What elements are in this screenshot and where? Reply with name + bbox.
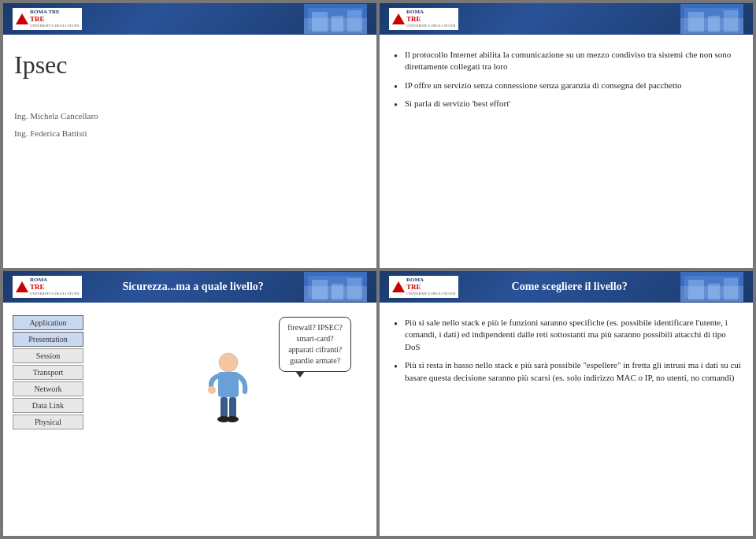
- slide4-content: Più si sale nello stack e più le funzion…: [380, 303, 753, 536]
- logo-area: ROMA TRE TRE UNIVERSITÀ DEGLI STUDI: [13, 8, 82, 29]
- speech-bubble: firewall? IPSEC? smart-card? apparati ci…: [279, 317, 351, 372]
- slide4-bullet-1: Più si sale nello stack e più le funzion…: [391, 317, 742, 353]
- logo-box: ROMA TRE TRE UNIVERSITÀ DEGLI STUDI: [13, 8, 82, 29]
- svg-rect-9: [724, 10, 738, 32]
- slide4-header: ROMA TRE UNIVERSITÀ DEGLI STUDI Come sce…: [380, 271, 753, 303]
- slides-container: ROMA TRE TRE UNIVERSITÀ DEGLI STUDI Ipse…: [0, 0, 756, 539]
- layer-application: Application: [13, 315, 83, 330]
- slide1-author2: Ing. Federica Battisti: [14, 128, 365, 138]
- bullet-1: Il protocollo Internet abilita la comuni…: [391, 49, 742, 73]
- slide3-logo-triangle-icon: [16, 281, 28, 292]
- slide3-logo-box: ROMA TRE UNIVERSITÀ DEGLI STUDI: [13, 276, 82, 297]
- slide2-logo-area: ROMA TRE UNIVERSITÀ DEGLI STUDI: [389, 8, 458, 29]
- osi-stack: Application Presentation Session Transpo…: [13, 315, 83, 429]
- layer-transport: Transport: [13, 365, 83, 380]
- slide4-logo-univ: UNIVERSITÀ DEGLI STUDI: [406, 292, 455, 296]
- slide-1: ROMA TRE TRE UNIVERSITÀ DEGLI STUDI Ipse…: [3, 3, 376, 268]
- slide2-bullets: Il protocollo Internet abilita la comuni…: [391, 49, 742, 117]
- bullet-2: IP offre un servizio senza connessione s…: [391, 80, 742, 91]
- svg-rect-2: [312, 12, 328, 32]
- slide3-logo-tre: TRE: [30, 284, 79, 292]
- slide3-logo-area: ROMA TRE UNIVERSITÀ DEGLI STUDI: [13, 276, 82, 297]
- layer-datalink: Data Link: [13, 398, 83, 413]
- svg-rect-26: [724, 278, 738, 299]
- slide2-logo-triangle-icon: [392, 13, 405, 24]
- slide2-logo-tre: TRE: [406, 16, 455, 24]
- svg-rect-7: [688, 12, 704, 32]
- svg-point-21: [226, 416, 239, 422]
- slide-4: ROMA TRE UNIVERSITÀ DEGLI STUDI Come sce…: [380, 271, 753, 536]
- logo-tre: TRE: [30, 16, 79, 24]
- layer-network: Network: [13, 381, 83, 396]
- slide-2: ROMA TRE UNIVERSITÀ DEGLI STUDI Il pr: [380, 3, 753, 268]
- slide2-header-building: [680, 4, 743, 34]
- speech-line-3: apparati cifranti?: [287, 344, 343, 355]
- svg-rect-8: [708, 16, 720, 32]
- svg-rect-13: [332, 284, 343, 299]
- bullet-3: Si parla di servizio 'best effort': [391, 98, 742, 110]
- speech-line-2: smart-card?: [287, 333, 343, 344]
- slide4-bullets: Più si sale nello stack e più le funzion…: [391, 317, 742, 390]
- speech-line-1: firewall? IPSEC?: [287, 322, 343, 333]
- slide4-logo-area: ROMA TRE UNIVERSITÀ DEGLI STUDI: [389, 276, 458, 297]
- slide4-bullet-2: Più si resta in basso nello stack e più …: [391, 359, 742, 384]
- slide4-logo-box: ROMA TRE UNIVERSITÀ DEGLI STUDI: [389, 276, 458, 297]
- slide1-author1: Ing. Michela Cancellaro: [14, 111, 365, 121]
- slide1-title: Ipsec: [14, 50, 365, 80]
- layer-physical: Physical: [13, 414, 83, 429]
- logo-triangle-icon: [16, 13, 28, 24]
- slide2-logo-box: ROMA TRE UNIVERSITÀ DEGLI STUDI: [389, 8, 458, 29]
- slide2-header: ROMA TRE UNIVERSITÀ DEGLI STUDI: [380, 3, 753, 35]
- speech-line-4: guardie armate?: [287, 355, 343, 366]
- svg-rect-4: [347, 10, 361, 32]
- header-building-decoration: [304, 4, 367, 34]
- slide1-content: Ipsec Ing. Michela Cancellaro Ing. Feder…: [3, 35, 376, 268]
- svg-rect-16: [218, 372, 239, 397]
- slide4-logo-tre: TRE: [406, 284, 455, 292]
- svg-rect-14: [347, 278, 361, 299]
- svg-rect-24: [688, 280, 704, 299]
- slide4-logo-triangle-icon: [392, 281, 405, 292]
- person-illustration: [201, 348, 256, 430]
- svg-point-15: [219, 353, 238, 372]
- layer-presentation: Presentation: [13, 332, 83, 347]
- svg-rect-25: [708, 284, 720, 299]
- svg-rect-12: [312, 280, 328, 299]
- layer-session: Session: [13, 348, 83, 363]
- svg-rect-3: [332, 16, 343, 32]
- slide3-illustration: firewall? IPSEC? smart-card? apparati ci…: [90, 309, 367, 430]
- svg-rect-19: [229, 397, 236, 419]
- slide3-header: ROMA TRE UNIVERSITÀ DEGLI STUDI Sicurezz…: [3, 271, 376, 303]
- slide3-logo-univ: UNIVERSITÀ DEGLI STUDI: [30, 292, 79, 296]
- slide2-logo-univ: UNIVERSITÀ DEGLI STUDI: [406, 24, 455, 28]
- slide3-body: Application Presentation Session Transpo…: [3, 303, 376, 536]
- slide2-content: Il protocollo Internet abilita la comuni…: [380, 35, 753, 268]
- svg-point-17: [208, 386, 216, 394]
- slide4-header-title: Come scegliere il livello?: [512, 281, 628, 293]
- logo-univ: UNIVERSITÀ DEGLI STUDI: [30, 24, 79, 28]
- slide1-header: ROMA TRE TRE UNIVERSITÀ DEGLI STUDI: [3, 3, 376, 35]
- slide4-header-building: [680, 272, 743, 302]
- svg-rect-18: [220, 397, 228, 419]
- slide3-header-title: Sicurezza...ma a quale livello?: [122, 281, 263, 293]
- slide3-header-building: [304, 272, 367, 302]
- slide-3: ROMA TRE UNIVERSITÀ DEGLI STUDI Sicurezz…: [3, 271, 376, 536]
